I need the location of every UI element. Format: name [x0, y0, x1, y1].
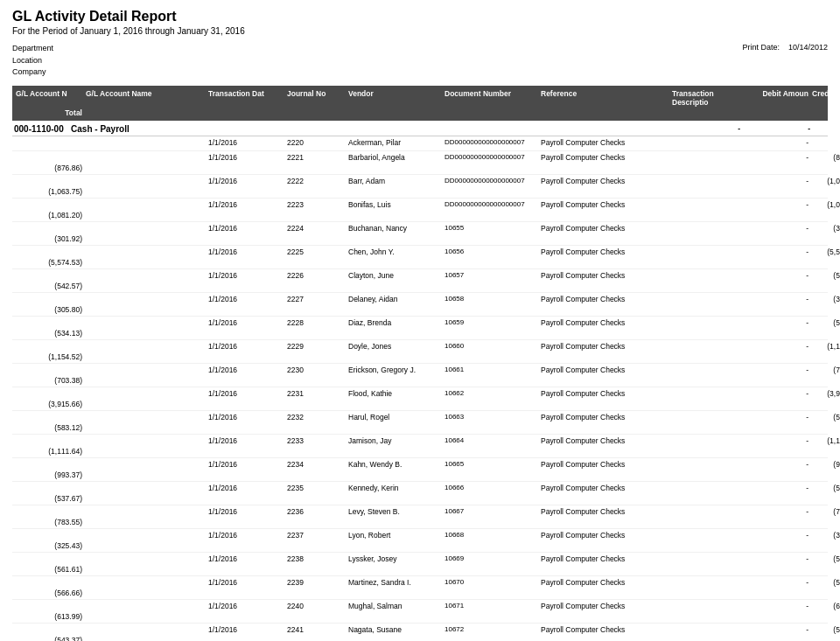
table-row: 1/1/2016 2221 Barbariol, Angela DD000000…: [12, 151, 828, 175]
table-row: 1/1/2016 2241 Nagata, Susane 10672 Payro…: [12, 624, 828, 642]
table-row: 1/1/2016 2220 Ackerman, Pilar DD00000000…: [12, 136, 828, 151]
print-date-value: 10/14/2012: [788, 43, 828, 52]
section-header-0: 000-1110-00 Cash - Payroll - - -: [12, 121, 828, 136]
table-row: 1/1/2016 2224 Buchanan, Nancy 10655 Payr…: [12, 222, 828, 246]
col-credit: Credit Amoun: [810, 88, 840, 108]
table-row: 1/1/2016 2232 Harul, Rogel 10663 Payroll…: [12, 411, 828, 435]
col-vendor: Vendor: [346, 88, 443, 108]
table-row: 1/1/2016 2229 Doyle, Jones 10660 Payroll…: [12, 340, 828, 364]
table-row: 1/1/2016 2231 Flood, Kathie 10662 Payrol…: [12, 387, 828, 411]
table-row: 1/1/2016 2240 Mughal, Salman 10671 Payro…: [12, 600, 828, 624]
meta-left: Department Location Company: [12, 43, 53, 79]
table-header: G/L Account N G/L Account Name Transacti…: [12, 86, 828, 121]
col-reference: Reference: [539, 88, 670, 108]
col-account-num: G/L Account N: [14, 88, 84, 108]
report-title: GL Activity Detail Report: [12, 9, 828, 24]
col-account-name: G/L Account Name: [84, 88, 206, 108]
table-row: 1/1/2016 2237 Lyon, Robert 10668 Payroll…: [12, 529, 828, 553]
col-debit: Debit Amoun: [740, 88, 810, 108]
table-row: 1/1/2016 2236 Levy, Steven B. 10667 Payr…: [12, 505, 828, 529]
print-date-label: Print Date:: [742, 43, 780, 52]
table-row: 1/1/2016 2226 Clayton, June 10657 Payrol…: [12, 269, 828, 293]
table-row: 1/1/2016 2223 Bonifas, Luis DD0000000000…: [12, 199, 828, 222]
table-row: 1/1/2016 2222 Barr, Adam DD0000000000000…: [12, 175, 828, 199]
table-row: 1/1/2016 2234 Kahn, Wendy B. 10665 Payro…: [12, 458, 828, 482]
col-doc-num: Document Number: [443, 88, 539, 108]
meta-right: Print Date: 10/14/2012: [742, 43, 828, 79]
table-row: 1/1/2016 2233 Jamison, Jay 10664 Payroll…: [12, 435, 828, 458]
table-row: 1/1/2016 2238 Lyssker, Josey 10669 Payro…: [12, 553, 828, 576]
table-row: 1/1/2016 2227 Delaney, Aidan 10658 Payro…: [12, 293, 828, 317]
table-row: 1/1/2016 2239 Martinez, Sandra I. 10670 …: [12, 576, 828, 600]
col-journal: Journal No: [285, 88, 346, 108]
table-row: 1/1/2016 2235 Kennedy, Kerin 10666 Payro…: [12, 482, 828, 505]
col-total: Total: [14, 108, 84, 118]
col-trans-date: Transaction Dat: [206, 88, 285, 108]
table-row: 1/1/2016 2225 Chen, John Y. 10656 Payrol…: [12, 246, 828, 269]
report-subtitle: For the Period of January 1, 2016 throug…: [12, 26, 828, 36]
col-trans-desc: Transaction Descriptio: [670, 88, 740, 108]
table-row: 1/1/2016 2228 Diaz, Brenda 10659 Payroll…: [12, 317, 828, 340]
table-row: 1/1/2016 2230 Erickson, Gregory J. 10661…: [12, 364, 828, 387]
